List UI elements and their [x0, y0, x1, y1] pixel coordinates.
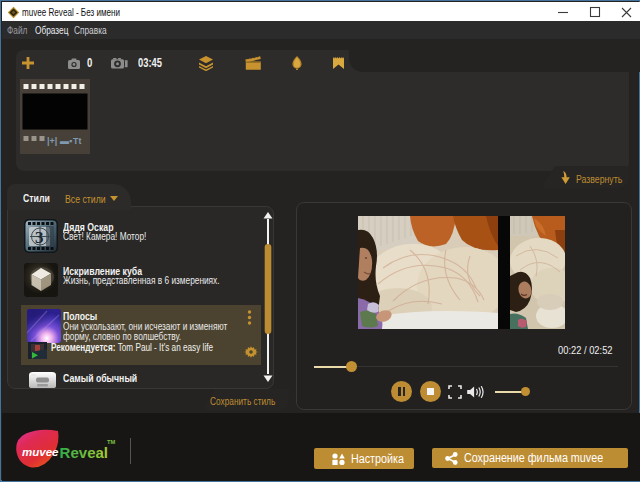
svg-text:Reveal: Reveal — [60, 444, 108, 461]
svg-text:TM: TM — [107, 439, 116, 445]
svg-text:Tt: Tt — [73, 136, 82, 146]
svg-text:muvee: muvee — [22, 446, 59, 458]
svg-text:|+|: |+| — [47, 136, 57, 146]
svg-text:3: 3 — [35, 228, 44, 247]
svg-text:▬▪: ▬▪ — [60, 136, 72, 146]
